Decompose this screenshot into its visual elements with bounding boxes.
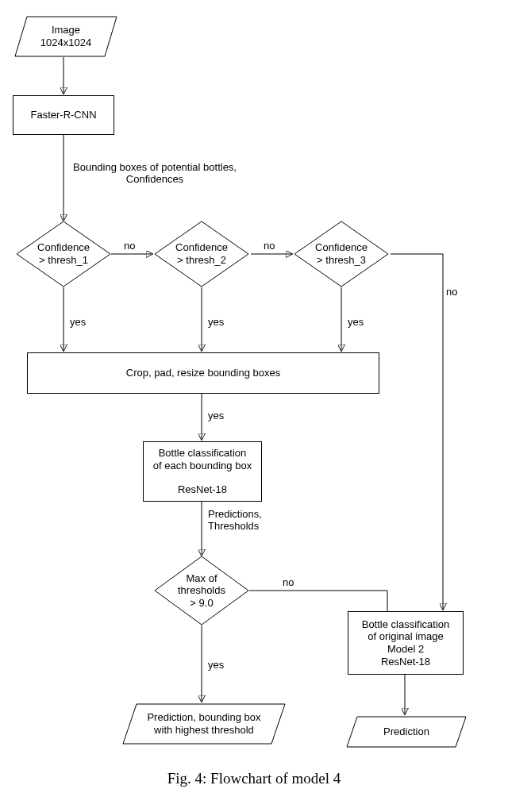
clsbb-l2: of each bounding box <box>153 460 252 472</box>
label-crop-yes: yes <box>208 410 224 421</box>
node-classify-bbox: Bottle classification of each bounding b… <box>143 441 262 502</box>
pt-l1: Predictions, <box>208 508 262 520</box>
node-input-image: Image 1024x1024 <box>14 16 117 57</box>
d3-l1: Confidence <box>315 241 368 254</box>
figure-caption: Fig. 4: Flowchart of model 4 <box>0 770 508 787</box>
d1-l1: Confidence <box>37 241 90 254</box>
label-d1-yes: yes <box>70 316 86 328</box>
flowchart-canvas: Image 1024x1024 Faster-R-CNN Bounding bo… <box>0 0 508 812</box>
label-d4-yes: yes <box>208 659 224 671</box>
d1-l2: > thresh_1 <box>37 254 90 267</box>
d2-l1: Confidence <box>175 241 228 254</box>
outl-l1: Prediction, bounding box <box>147 711 260 724</box>
node-faster-rcnn: Faster-R-CNN <box>13 95 114 135</box>
label-d2-no: no <box>264 240 275 252</box>
pt-l2: Thresholds <box>208 520 262 532</box>
bb-label-2: Confidences <box>73 173 237 185</box>
node-decision-thresh2: Confidence > thresh_2 <box>154 221 249 287</box>
node-decision-thresh1: Confidence > thresh_1 <box>16 221 111 287</box>
node-decision-max-thresh: Max of thresholds > 9.0 <box>154 556 249 625</box>
input-line2: 1024x1024 <box>40 37 91 49</box>
bb-label-1: Bounding boxes of potential bottles, <box>73 161 237 173</box>
d4-l2: thresholds <box>178 584 225 597</box>
clso-l1: Bottle classification <box>362 618 450 631</box>
frcnn-label: Faster-R-CNN <box>30 109 96 121</box>
d2-l2: > thresh_2 <box>175 254 228 267</box>
input-line1: Image <box>40 24 91 37</box>
node-classify-original: Bottle classification of original image … <box>348 611 464 675</box>
node-crop-pad-resize: Crop, pad, resize bounding boxes <box>27 352 379 394</box>
label-d3-no: no <box>446 286 457 298</box>
crop-label: Crop, pad, resize bounding boxes <box>126 367 280 379</box>
d4-l1: Max of <box>178 572 225 585</box>
d3-l2: > thresh_3 <box>315 254 368 267</box>
clsbb-l3: ResNet-18 <box>178 483 227 496</box>
outl-l2: with highest threshold <box>147 724 260 737</box>
clso-l3: Model 2 <box>387 643 424 656</box>
edge-label-bounding-boxes: Bounding boxes of potential bottles, Con… <box>73 161 237 185</box>
node-decision-thresh3: Confidence > thresh_3 <box>294 221 389 287</box>
clso-l4: ResNet-18 <box>381 656 430 668</box>
label-d3-yes: yes <box>348 316 364 328</box>
outr-l1: Prediction <box>383 725 429 738</box>
node-output-prediction-bbox: Prediction, bounding box with highest th… <box>122 703 286 745</box>
clsbb-l1: Bottle classification <box>153 447 252 460</box>
label-d1-no: no <box>124 240 135 252</box>
d4-l3: > 9.0 <box>178 597 225 610</box>
label-d4-no: no <box>283 576 294 588</box>
clso-l2: of original image <box>368 630 443 643</box>
edge-label-pred-thresh: Predictions, Thresholds <box>208 508 262 532</box>
label-d2-yes: yes <box>208 316 224 328</box>
node-output-prediction: Prediction <box>346 716 467 748</box>
